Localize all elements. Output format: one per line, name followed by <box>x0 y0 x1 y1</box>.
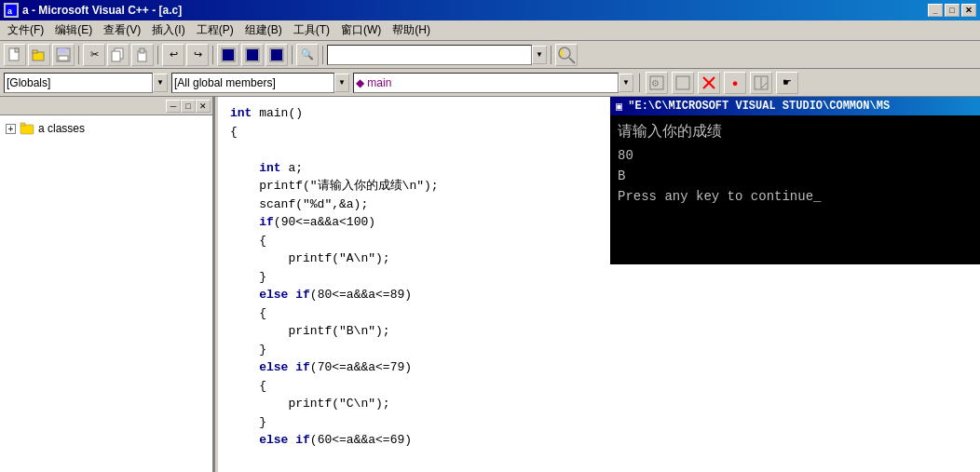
console-window: ▣ "E:\C\MICROSOFT VISUAL STUDIO\COMMON\M… <box>610 97 980 264</box>
svg-point-19 <box>559 47 570 59</box>
members-label: [All global members] <box>174 76 276 89</box>
open-button[interactable] <box>28 44 50 66</box>
code-line-16: { <box>230 377 969 396</box>
menu-bar: 文件(F) 编辑(E) 查看(V) 插入(I) 工程(P) 组建(B) 工具(T… <box>0 20 980 41</box>
code-line-17: printf("C\n"); <box>230 395 969 413</box>
console-content: 请输入你的成绩 80 B Press any key to continue_ <box>610 115 980 264</box>
classwizard-btn[interactable]: ⚙ <box>646 72 668 94</box>
menu-project[interactable]: 工程(P) <box>191 20 239 40</box>
step-btn[interactable] <box>750 72 772 94</box>
svg-rect-18 <box>271 49 282 61</box>
svg-rect-16 <box>247 49 258 61</box>
function-arrow[interactable]: ▼ <box>619 74 633 92</box>
svg-rect-12 <box>140 48 144 53</box>
title-bar-buttons: _ □ ✕ <box>928 4 976 17</box>
save-button[interactable] <box>52 44 75 66</box>
build-btn3[interactable] <box>265 44 288 66</box>
code-line-10: } <box>230 268 969 287</box>
build-btn1[interactable] <box>217 44 239 66</box>
menu-file[interactable]: 文件(F) <box>2 20 49 40</box>
members-arrow[interactable]: ▼ <box>334 74 349 92</box>
console-line-1: 请输入你的成绩 <box>618 121 973 145</box>
menu-view[interactable]: 查看(V) <box>98 20 146 40</box>
console-line-3: B <box>618 166 973 186</box>
svg-rect-7 <box>59 48 66 53</box>
del-btn[interactable] <box>698 72 720 94</box>
svg-rect-10 <box>112 51 120 61</box>
redo-button[interactable]: ↪ <box>186 44 209 66</box>
function-combo[interactable]: ◆ main <box>353 73 619 93</box>
window-title: a - Microsoft Visual C++ - [a.c] <box>22 4 928 17</box>
panel-min[interactable]: ─ <box>166 100 181 113</box>
cut-button[interactable]: ✂ <box>83 44 105 66</box>
find-in-files-button[interactable] <box>555 44 578 66</box>
menu-insert[interactable]: 插入(I) <box>146 20 190 40</box>
app-icon: a <box>4 3 19 18</box>
toolbar2: [Globals] ▼ [All global members] ▼ ◆ mai… <box>0 69 980 97</box>
maximize-button[interactable]: □ <box>945 4 960 17</box>
code-line-11: else if(80<=a&&a<=89) <box>230 286 969 304</box>
panel-close[interactable]: ✕ <box>196 100 211 113</box>
title-bar: a a - Microsoft Visual C++ - [a.c] _ □ ✕ <box>0 0 980 20</box>
paste-button[interactable] <box>131 44 154 66</box>
toolbar1: ✂ ↩ ↪ 🔍 ▼ <box>0 41 980 69</box>
console-line-2: 80 <box>618 145 973 166</box>
toolbar-search-arrow[interactable]: ▼ <box>532 46 547 64</box>
members-combo[interactable]: [All global members] <box>171 73 334 93</box>
menu-edit[interactable]: 编辑(E) <box>49 20 98 40</box>
find-button[interactable]: 🔍 <box>296 44 319 66</box>
panel-max[interactable]: □ <box>181 100 196 113</box>
svg-rect-31 <box>20 123 25 126</box>
code-line-14: } <box>230 341 969 359</box>
folder-icon <box>20 121 34 136</box>
expand-icon[interactable]: + <box>6 124 16 134</box>
breakpoint-btn[interactable]: ● <box>724 72 746 94</box>
function-label: ◆ main <box>356 76 391 89</box>
undo-button[interactable]: ↩ <box>162 44 184 66</box>
class-tree-item[interactable]: + a classes <box>4 119 209 138</box>
sep5 <box>322 46 323 64</box>
code-line-18: } <box>230 413 969 432</box>
svg-rect-30 <box>20 125 34 134</box>
scope-label: [Globals] <box>7 76 50 89</box>
menu-build[interactable]: 组建(B) <box>239 20 288 40</box>
class-panel: ─ □ ✕ + a classes <box>0 97 214 472</box>
menu-tools[interactable]: 工具(T) <box>288 20 335 40</box>
class-panel-header: ─ □ ✕ <box>0 97 212 115</box>
svg-line-20 <box>569 58 575 63</box>
build-btn2[interactable] <box>241 44 264 66</box>
svg-rect-5 <box>33 50 37 53</box>
console-line-4: Press any key to continue_ <box>618 186 973 207</box>
svg-rect-8 <box>59 56 68 61</box>
copy-button[interactable] <box>107 44 129 66</box>
toolbar-search-box[interactable] <box>327 45 532 65</box>
hand-btn[interactable]: ☛ <box>776 72 798 94</box>
menu-window[interactable]: 窗口(W) <box>335 20 387 40</box>
svg-text:⚙: ⚙ <box>651 78 660 88</box>
scope-combo[interactable]: [Globals] <box>4 73 153 93</box>
sep1 <box>78 46 79 64</box>
add-member-var-btn[interactable] <box>672 72 694 94</box>
sep2 <box>157 46 158 64</box>
svg-rect-24 <box>676 76 689 89</box>
menu-help[interactable]: 帮助(H) <box>387 20 436 40</box>
console-title-text: "E:\C\MICROSOFT VISUAL STUDIO\COMMON\MS <box>628 100 890 113</box>
new-button[interactable] <box>4 44 26 66</box>
scope-arrow[interactable]: ▼ <box>153 74 168 92</box>
sep6 <box>551 46 551 64</box>
sep7 <box>639 74 640 92</box>
svg-rect-3 <box>15 48 19 52</box>
minimize-button[interactable]: _ <box>928 4 943 17</box>
sep4 <box>292 46 293 64</box>
code-line-12: { <box>230 304 969 323</box>
svg-rect-14 <box>223 49 234 61</box>
class-item-label: a classes <box>38 122 85 135</box>
console-title-icon: ▣ <box>616 100 622 114</box>
close-button[interactable]: ✕ <box>961 4 976 17</box>
main-area: ─ □ ✕ + a classes int main() { int a; pr… <box>0 97 980 472</box>
code-line-13: printf("B\n"); <box>230 322 969 341</box>
code-line-15: else if(70<=a&&a<=79) <box>230 358 969 377</box>
code-line-19: else if(60<=a&&a<=69) <box>230 431 969 450</box>
svg-rect-21 <box>561 49 563 57</box>
sep3 <box>212 46 213 64</box>
